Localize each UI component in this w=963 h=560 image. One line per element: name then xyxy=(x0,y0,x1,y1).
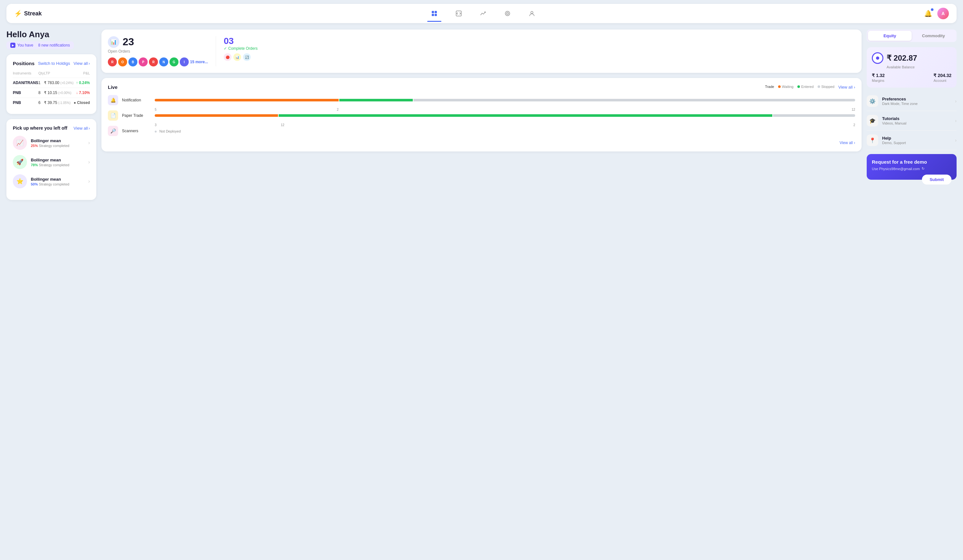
notif-count: 8 new notifications xyxy=(38,43,70,47)
pickup-item[interactable]: 📈 Bollinger mean 25% Strategy completed … xyxy=(13,136,90,150)
col-ltp: LTP xyxy=(44,70,74,78)
svg-rect-0 xyxy=(432,11,434,13)
main-content: Hello Anya ▶ You have 8 new notification… xyxy=(0,23,963,560)
live-row-notification: 🔔 Notification 5 2 12 xyxy=(108,95,855,105)
balance-inner-dot xyxy=(876,57,879,60)
nav-item-chart[interactable] xyxy=(476,8,490,19)
live-row-scanners: 🔎 Scanners Not Deployed xyxy=(108,126,855,136)
more-count[interactable]: 15 more... xyxy=(190,60,208,64)
balance-row: ₹ 1.32 Margins ₹ 204.32 Account xyxy=(872,73,952,83)
notification-badge-btn[interactable]: ▶ You have 8 new notifications xyxy=(6,41,74,49)
pickup-list: 📈 Bollinger mean 25% Strategy completed … xyxy=(13,136,90,188)
margins-value: ₹ 1.32 xyxy=(872,73,885,78)
scanners-icon: 🔎 xyxy=(108,126,118,136)
demo-submit-btn[interactable]: Submit xyxy=(922,175,952,185)
pickup-icon-1: 🚀 xyxy=(13,155,27,169)
complete-orders-number: 03 xyxy=(224,36,258,46)
pickup-header: Pick up where you left off View all › xyxy=(13,125,90,131)
papertrade-bar xyxy=(155,114,855,117)
help-arrow: › xyxy=(955,138,957,143)
notification-bell[interactable]: 🔔 xyxy=(924,10,932,17)
tutorials-title: Tutorials xyxy=(882,116,951,121)
switch-holdings-btn[interactable]: Switch to Holdigs xyxy=(38,61,70,66)
notification-progress: 5 2 12 xyxy=(155,97,855,104)
paper-n1: 3 xyxy=(155,123,157,127)
complete-orders-section: 03 ✓ Complete Orders 🔴 📊 🔄 xyxy=(216,36,258,66)
pnl-cell: ↑ 0.24% xyxy=(73,78,90,88)
tab-commodity[interactable]: Commodity xyxy=(912,31,955,41)
pickup-view-all[interactable]: View all › xyxy=(73,126,90,131)
pickup-sub-0: 25% Strategy completed xyxy=(31,144,84,147)
demo-title: Request for a free demo xyxy=(872,159,952,165)
pickup-name-2: Bollinger mean xyxy=(31,177,84,182)
live-row-papertrade: 📄 Paper Trade 3 12 2 xyxy=(108,110,855,121)
order-avatars: R O B P R N G I 15 more... xyxy=(108,57,208,66)
legend-stopped: Stopped xyxy=(817,85,835,89)
check-icon: ✓ xyxy=(224,46,227,51)
pickup-icon-2: ⭐ xyxy=(13,174,27,188)
pickup-item[interactable]: 🚀 Bollinger mean 78% Strategy completed … xyxy=(13,155,90,169)
balance-card: ₹ 202.87 Available Balance ₹ 1.32 Margin… xyxy=(867,47,957,87)
tutorials-info: Tutorials Videos, Manual xyxy=(882,116,951,125)
notif-text-you-have: You have xyxy=(17,43,33,47)
balance-amount: ₹ 202.87 xyxy=(887,53,917,63)
notif-stopped-bar xyxy=(413,99,855,101)
tutorials-sub: Videos, Manual xyxy=(882,121,951,125)
avatar-2: O xyxy=(118,57,127,66)
center-area: 📊 23 Open Orders R O B P R N G I xyxy=(101,29,862,554)
pickup-sub-1: 78% Strategy completed xyxy=(31,163,84,167)
positions-view-all[interactable]: View all › xyxy=(73,61,90,66)
legend-trade-label: Trade xyxy=(765,85,774,89)
avatar-3: B xyxy=(128,57,138,66)
live-legend: Trade Waiting Entered Stopped View all › xyxy=(765,85,855,89)
legend-entered: Entered xyxy=(798,85,814,89)
top-navigation: ⚡ Streak xyxy=(6,4,957,23)
live-view-all-footer[interactable]: View all › xyxy=(108,141,855,145)
svg-point-8 xyxy=(531,11,533,14)
orders-content: 📊 23 Open Orders R O B P R N G I xyxy=(108,36,855,66)
menu-tutorials[interactable]: 🎓 Tutorials Videos, Manual › xyxy=(867,111,957,131)
qty-cell: 8 xyxy=(39,88,44,98)
user-avatar[interactable]: A xyxy=(937,8,949,19)
menu-help[interactable]: 📍 Help Demo, Support › xyxy=(867,131,957,150)
notif-play-icon: ▶ xyxy=(10,43,15,48)
nav-item-profile[interactable] xyxy=(525,8,539,19)
pickup-card: Pick up where you left off View all › 📈 … xyxy=(6,119,96,200)
menu-preferences[interactable]: ⚙️ Preferences Dark Mode, Time zone › xyxy=(867,91,957,111)
right-sidebar: Equity Commodity ₹ 202.87 Available Bala… xyxy=(867,29,957,554)
center-top-row: 📊 23 Open Orders R O B P R N G I xyxy=(101,29,862,73)
logo[interactable]: ⚡ Streak xyxy=(14,10,42,17)
papertrade-label: Paper Trade xyxy=(122,113,151,118)
papertrade-progress: 3 12 2 xyxy=(155,112,855,119)
pickup-info-1: Bollinger mean 78% Strategy completed xyxy=(31,157,84,167)
pickup-sub-2: 50% Strategy completed xyxy=(31,182,84,186)
paper-stopped-bar xyxy=(773,114,855,117)
avatar-7: G xyxy=(170,57,178,66)
table-row: PNB 8 ₹ 10.15 (+0.00%) ↓ 7.10% xyxy=(13,88,90,98)
notif-n1: 5 xyxy=(155,108,157,112)
pickup-item[interactable]: ⭐ Bollinger mean 50% Strategy completed … xyxy=(13,174,90,188)
paper-waiting-bar xyxy=(155,114,278,117)
notification-badge xyxy=(931,8,934,11)
pickup-info-2: Bollinger mean 50% Strategy completed xyxy=(31,177,84,186)
pickup-arrow-1: › xyxy=(88,159,90,165)
svg-point-7 xyxy=(507,13,508,14)
nav-item-target[interactable] xyxy=(501,8,515,19)
refresh-icon[interactable]: ↻ xyxy=(922,167,924,171)
qty-cell: 1 xyxy=(39,78,44,88)
pnl-cell: ● Closed xyxy=(73,98,90,108)
tab-equity[interactable]: Equity xyxy=(868,31,912,41)
live-view-all[interactable]: View all › xyxy=(838,85,855,89)
live-title: Live xyxy=(108,84,117,90)
paper-n3: 2 xyxy=(853,123,855,127)
open-orders-section: 📊 23 Open Orders R O B P R N G I xyxy=(108,36,208,66)
nav-item-code[interactable] xyxy=(452,8,466,19)
preferences-info: Preferences Dark Mode, Time zone xyxy=(882,97,951,105)
notif-entered-bar xyxy=(339,99,413,101)
col-instruments: Instruments xyxy=(13,70,39,78)
nav-item-dashboard[interactable] xyxy=(427,8,441,19)
notification-icon: 🔔 xyxy=(108,95,118,105)
logo-text: Streak xyxy=(24,10,42,17)
avatar-5: R xyxy=(149,57,158,66)
table-row: PNB 6 ₹ 39.75 (-1.05%) ● Closed xyxy=(13,98,90,108)
